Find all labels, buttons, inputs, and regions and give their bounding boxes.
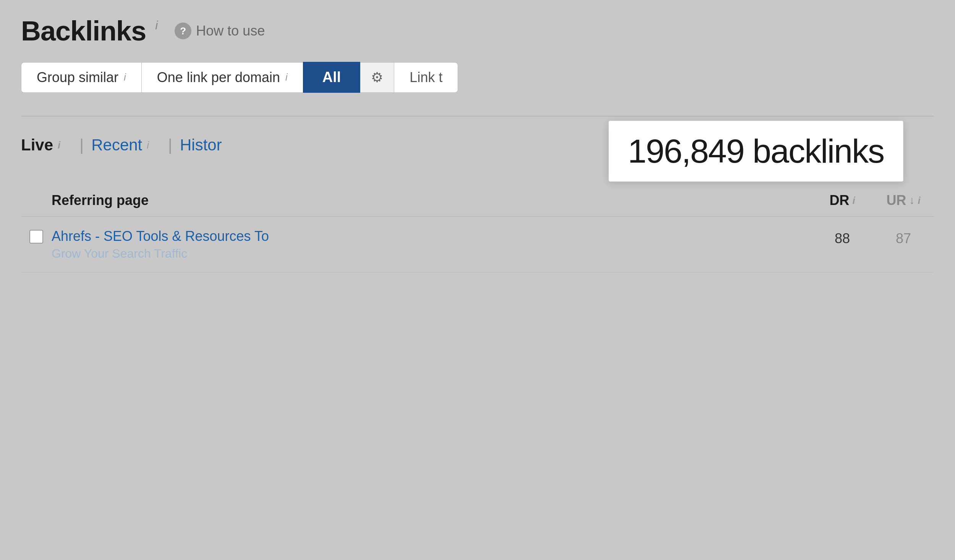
all-label: All (322, 69, 341, 85)
settings-button[interactable]: ⚙ (360, 62, 394, 93)
row-dr-value: 88 (812, 228, 873, 247)
page-title: Backlinks (21, 15, 146, 47)
page-header: Backlinks i ? How to use (21, 15, 934, 47)
tab-divider-1: | (72, 136, 91, 154)
table-row: Ahrefs - SEO Tools & Resources To Grow Y… (21, 217, 934, 273)
count-tooltip: 196,849 backlinks (609, 121, 903, 182)
recent-info-icon[interactable]: i (147, 139, 149, 151)
dr-label: DR (829, 192, 849, 208)
tab-recent-label: Recent (91, 136, 142, 154)
dr-info-icon[interactable]: i (852, 195, 855, 207)
col-header-dr: DR i (812, 192, 873, 208)
col-header-ur: UR ↓ i (873, 192, 934, 208)
row-ur-value: 87 (873, 228, 934, 247)
tab-history-label: Histor (180, 136, 222, 154)
tab-divider-2: | (160, 136, 180, 154)
row-checkbox[interactable] (29, 230, 43, 244)
filter-bar: Group similar i One link per domain i Al… (21, 62, 934, 93)
ur-label: UR (886, 192, 906, 208)
gear-icon: ⚙ (371, 69, 383, 86)
one-link-per-domain-label: One link per domain (157, 69, 280, 86)
one-link-per-domain-button[interactable]: One link per domain i (141, 62, 303, 93)
row-title-link[interactable]: Ahrefs - SEO Tools & Resources To (52, 228, 812, 244)
row-checkbox-wrapper (21, 228, 52, 244)
how-to-use-label: How to use (196, 23, 265, 39)
how-to-use-button[interactable]: ? How to use (175, 23, 265, 39)
tab-live-label: Live (21, 136, 53, 154)
tab-live[interactable]: Live i (21, 128, 72, 162)
all-filter-button[interactable]: All (303, 62, 361, 93)
live-info-icon[interactable]: i (58, 139, 60, 151)
group-similar-button[interactable]: Group similar i (21, 62, 141, 93)
link-type-label: Link t (410, 69, 442, 85)
row-subtitle: Grow Your Search Traffic (52, 247, 812, 261)
table-header: Referring page DR i UR ↓ i (21, 185, 934, 217)
row-content: Ahrefs - SEO Tools & Resources To Grow Y… (52, 228, 812, 261)
backlinks-count: 196,849 backlinks (628, 132, 884, 170)
group-similar-label: Group similar (37, 69, 118, 86)
group-similar-info-icon[interactable]: i (124, 71, 126, 83)
tab-recent[interactable]: Recent i (91, 128, 160, 162)
link-type-button[interactable]: Link t (394, 62, 458, 93)
backlinks-table: Referring page DR i UR ↓ i Ahrefs - SEO … (21, 185, 934, 273)
title-info-icon[interactable]: i (155, 18, 158, 32)
question-icon: ? (175, 23, 191, 39)
ur-info-icon[interactable]: i (918, 195, 920, 207)
col-header-referring-page: Referring page (21, 192, 812, 208)
tab-history[interactable]: Histor (180, 128, 233, 162)
ur-sort-arrow[interactable]: ↓ (909, 194, 915, 207)
one-link-info-icon[interactable]: i (285, 71, 288, 83)
tabs-row: Live i | Recent i | Histor 196,849 backl… (21, 117, 934, 162)
